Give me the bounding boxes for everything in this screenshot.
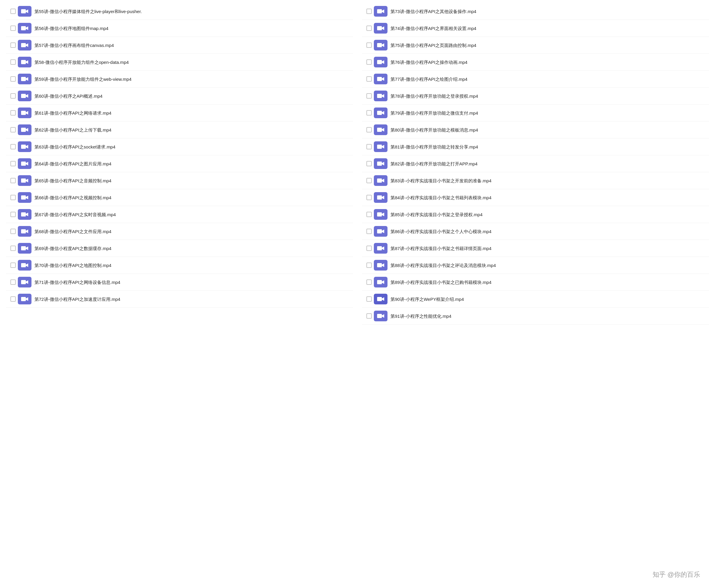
video-icon [374,294,387,304]
checkbox[interactable] [366,110,372,115]
list-item: 第79讲-微信小程序开放功能之微信支付.mp4 [362,105,709,122]
svg-rect-0 [21,9,26,13]
list-item: 第72讲-微信小程序API之加速度计应用.mp4 [6,291,353,308]
item-text: 第80讲-微信小程序开放功能之模板消息.mp4 [391,127,707,133]
svg-rect-23 [377,94,382,98]
checkbox[interactable] [366,42,372,48]
checkbox-wrapper [364,93,374,99]
video-icon [18,294,31,304]
list-item: 第66讲-微信小程序API之视频控制.mp4 [6,189,353,206]
video-icon [18,74,31,84]
svg-rect-20 [377,43,382,47]
checkbox[interactable] [10,195,16,200]
video-icon [374,226,387,237]
checkbox[interactable] [10,59,16,65]
svg-rect-21 [377,60,382,64]
checkbox[interactable] [366,279,372,285]
checkbox[interactable] [10,279,16,285]
checkbox-wrapper [8,76,18,82]
checkbox[interactable] [10,161,16,166]
video-icon [374,124,387,135]
checkbox[interactable] [366,127,372,132]
checkbox[interactable] [366,246,372,251]
item-text: 第60讲-微信小程序之API概述.mp4 [35,93,351,99]
list-item: 第78讲-微信小程序开放功能之登录授权.mp4 [362,88,709,105]
checkbox-wrapper [364,59,374,65]
video-icon [18,209,31,220]
item-text: 第72讲-微信小程序API之加速度计应用.mp4 [35,296,351,302]
list-item: 第55讲-微信小程序媒体组件之live-player和live-pusher. [6,3,353,20]
checkbox[interactable] [10,127,16,132]
list-item: 第63讲-微信小程序API之socket请求.mp4 [6,139,353,155]
checkbox[interactable] [10,262,16,268]
list-item: 第64讲-微信小程序API之图片应用.mp4 [6,155,353,172]
item-text: 第88讲-小程序实战项目小书架之评论及消息模块.mp4 [391,262,707,269]
checkbox[interactable] [366,229,372,234]
checkbox[interactable] [10,212,16,217]
left-column: 第55讲-微信小程序媒体组件之live-player和live-pusher. … [6,3,353,324]
item-text: 第76讲-微信小程序API之操作动画.mp4 [391,59,707,65]
video-icon [18,23,31,34]
video-icon [374,40,387,50]
list-item: 第77讲-微信小程序API之绘图介绍.mp4 [362,71,709,88]
checkbox[interactable] [366,8,372,14]
checkbox[interactable] [366,296,372,302]
checkbox[interactable] [366,195,372,200]
item-text: 第62讲-微信小程序API之上传下载.mp4 [35,127,351,133]
item-text: 第67讲-微信小程序API之实时音视频.mp4 [35,211,351,218]
item-text: 第78讲-微信小程序开放功能之登录授权.mp4 [391,93,707,99]
checkbox[interactable] [10,25,16,31]
svg-rect-16 [21,280,26,284]
video-icon [18,141,31,152]
checkbox[interactable] [366,262,372,268]
checkbox[interactable] [10,246,16,251]
svg-rect-17 [21,297,26,301]
video-icon [374,260,387,271]
video-icon [18,175,31,186]
checkbox[interactable] [10,93,16,99]
item-text: 第70讲-微信小程序API之地图控制.mp4 [35,262,351,269]
checkbox[interactable] [366,93,372,99]
checkbox[interactable] [10,110,16,115]
svg-rect-29 [377,195,382,200]
checkbox-wrapper [8,42,18,48]
checkbox[interactable] [366,212,372,217]
item-text: 第84讲-小程序实战项目小书架之书籍列表模块.mp4 [391,194,707,201]
checkbox[interactable] [10,42,16,48]
checkbox[interactable] [10,76,16,82]
checkbox-wrapper [8,279,18,285]
video-icon [374,6,387,17]
svg-rect-31 [377,229,382,233]
video-icon [18,57,31,67]
item-text: 第82讲-微信小程序开放功能之打开APP.mp4 [391,161,707,167]
checkbox[interactable] [366,25,372,31]
item-text: 第58-微信小程序开放能力组件之open-data.mp4 [35,59,351,65]
checkbox[interactable] [366,161,372,166]
checkbox[interactable] [10,178,16,183]
item-text: 第87讲-小程序实战项目小书架之书籍详情页面.mp4 [391,245,707,252]
video-icon [374,192,387,203]
checkbox[interactable] [366,144,372,149]
checkbox-wrapper [364,25,374,31]
list-item: 第70讲-微信小程序API之地图控制.mp4 [6,257,353,274]
list-item: 第69讲-微信小程度API之数据缓存.mp4 [6,240,353,257]
checkbox-wrapper [364,178,374,183]
checkbox[interactable] [10,296,16,302]
svg-rect-3 [21,60,26,64]
checkbox[interactable] [10,229,16,234]
checkbox[interactable] [366,178,372,183]
svg-rect-13 [21,229,26,233]
svg-rect-4 [21,77,26,81]
checkbox-wrapper [8,127,18,132]
checkbox[interactable] [10,144,16,149]
checkbox[interactable] [366,76,372,82]
list-item: 第73讲-微信小程序API之其他设备操作.mp4 [362,3,709,20]
item-text: 第65讲-微信小程序API之音频控制.mp4 [35,177,351,184]
checkbox[interactable] [366,313,372,319]
item-text: 第74讲-微信小程序API之界面相关设置.mp4 [391,25,707,31]
svg-rect-11 [21,195,26,200]
checkbox-wrapper [8,144,18,149]
checkbox[interactable] [366,59,372,65]
checkbox[interactable] [10,8,16,14]
svg-rect-26 [377,145,382,149]
